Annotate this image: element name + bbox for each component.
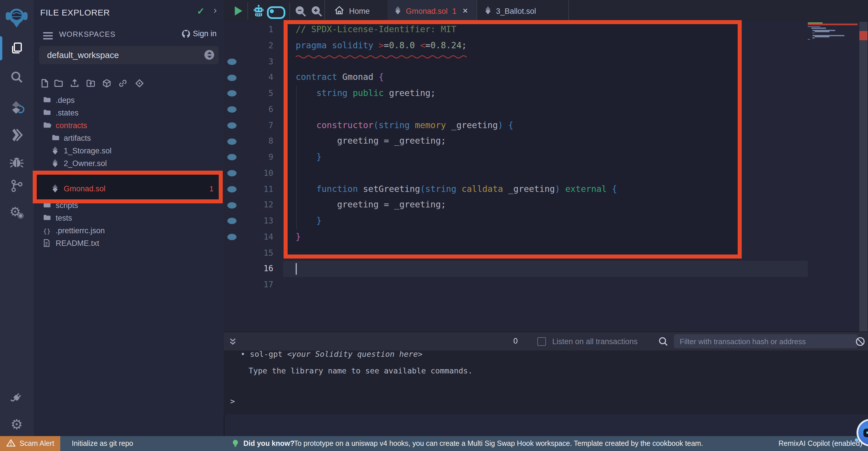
plugin-connector-icon[interactable]: [8, 389, 25, 406]
zoom-in-icon[interactable]: [311, 6, 322, 19]
file-explorer-icon[interactable]: [8, 40, 25, 57]
check-icon[interactable]: ✓: [197, 6, 205, 17]
line-number: 8: [224, 134, 273, 150]
listen-checkbox[interactable]: [537, 337, 546, 346]
tree-file-1-storage-sol[interactable]: 1_Storage.sol: [34, 144, 224, 157]
line-number: 9: [224, 149, 273, 166]
settings-icon[interactable]: ⚙: [8, 416, 25, 433]
code-line-4[interactable]: contract Gmonad {: [296, 70, 384, 86]
solidity-file-icon: [394, 6, 401, 16]
code-line-8[interactable]: greeting = _greeting;: [296, 134, 446, 150]
line-number: 4: [224, 70, 273, 86]
minimap-line: [811, 28, 826, 29]
tab-error-badge: 1: [453, 7, 457, 15]
tree-file-2-owner-sol[interactable]: 2_Owner.sol: [34, 157, 224, 169]
new-folder-icon[interactable]: [54, 79, 64, 88]
ipfs-cube-icon[interactable]: [102, 79, 112, 88]
tab-3-ballot-sol[interactable]: 3_Ballot.sol: [476, 0, 569, 22]
new-file-icon[interactable]: [40, 79, 50, 88]
tree-folder--deps[interactable]: .deps: [34, 94, 224, 106]
tree-folder-artifacts[interactable]: artifacts: [34, 132, 224, 144]
line-number: 12: [224, 197, 273, 214]
minimap-line: [808, 39, 810, 40]
code-line-1[interactable]: // SPDX-License-Identifier: MIT: [296, 22, 456, 38]
tree-file-readme-txt[interactable]: README.txt: [34, 237, 224, 249]
expand-terminal-icon[interactable]: [228, 337, 237, 348]
file-label: tests: [56, 214, 72, 222]
search-icon[interactable]: [8, 68, 25, 86]
solidity-compiler-icon[interactable]: [8, 99, 25, 116]
scrollbar-slider[interactable]: [859, 22, 867, 353]
run-script-icon[interactable]: [235, 6, 242, 16]
remix-logo-icon[interactable]: [4, 5, 29, 30]
solidity-file-icon: [485, 6, 491, 16]
tab-gmonad-sol[interactable]: Gmonad.sol 1 ✕: [388, 0, 477, 22]
code-editor[interactable]: 1234567891011121314151617 // SPDX-Licens…: [224, 22, 868, 353]
solidity-icon: [52, 185, 59, 194]
file-label: 2_Owner.sol: [64, 159, 107, 167]
link-icon[interactable]: [118, 79, 128, 88]
zoom-out-icon[interactable]: [295, 6, 306, 19]
file-label: Gmonad.sol: [64, 184, 105, 193]
tree-folder-tests[interactable]: tests: [34, 212, 224, 224]
upload-folder-icon[interactable]: [86, 79, 96, 88]
active-plugin-indicator: [0, 36, 2, 60]
git-icon[interactable]: [8, 177, 25, 194]
line-number: 14: [224, 229, 273, 245]
plugin-manager-icon[interactable]: ⚙◉: [8, 203, 25, 221]
folder-icon: [52, 134, 60, 143]
minimap-line: [812, 30, 835, 31]
terminal-prompt[interactable]: >: [230, 395, 235, 407]
folder-icon: [43, 201, 51, 210]
listen-label[interactable]: Listen on all transactions: [552, 337, 638, 346]
line-number: 5: [224, 86, 273, 102]
deploy-and-run-icon[interactable]: [8, 126, 25, 144]
upload-file-icon[interactable]: [70, 79, 80, 88]
scam-alert-button[interactable]: Scam Alert: [0, 436, 60, 451]
tree-file-gmonad-sol[interactable]: Gmonad.sol1: [34, 182, 224, 195]
minimap-line: [808, 24, 858, 25]
tree-folder--states[interactable]: .states: [34, 106, 224, 119]
folder-icon: [43, 109, 51, 118]
clear-console-icon[interactable]: [856, 337, 865, 349]
clone-icon[interactable]: [135, 79, 145, 88]
code-line-11[interactable]: function setGreeting(string calldata _gr…: [296, 181, 617, 197]
tree-file--prettierrc-json[interactable]: {}.prettierrc.json: [34, 224, 224, 237]
file-label: .prettierrc.json: [56, 226, 105, 235]
code-line-14[interactable]: }: [296, 229, 301, 245]
tab-home[interactable]: Home: [324, 0, 388, 22]
chevron-right-icon[interactable]: ›: [214, 5, 217, 16]
icon-sidebar: ⚙◉ ⚙: [0, 0, 34, 436]
minimap-line: [812, 32, 815, 34]
editor-scrollbar[interactable]: [859, 22, 868, 353]
search-icon: [658, 337, 668, 349]
close-icon[interactable]: ✕: [462, 7, 468, 15]
code-line-7[interactable]: constructor(string memory _greeting) {: [296, 117, 514, 134]
code-line-5[interactable]: string public greeting;: [296, 86, 436, 102]
tree-folder-contracts[interactable]: contracts: [34, 119, 224, 132]
code-line-13[interactable]: }: [296, 213, 321, 229]
tree-folder-scripts[interactable]: scripts: [34, 199, 224, 212]
stepper-icon[interactable]: [205, 50, 214, 60]
code-line-9[interactable]: }: [296, 149, 321, 166]
debugger-icon[interactable]: [8, 153, 25, 170]
terminal-output[interactable]: • sol-gpt <your Solidity question here>T…: [224, 350, 868, 414]
copilot-status[interactable]: RemixAI Copilot (enabled): [778, 440, 862, 448]
minimap-line: [812, 35, 844, 36]
line-number: 11: [224, 181, 273, 197]
sign-in-button[interactable]: Sign in: [193, 29, 217, 38]
ai-robot-icon[interactable]: [253, 5, 265, 20]
minimap[interactable]: [808, 22, 858, 353]
transaction-filter-input[interactable]: [674, 334, 858, 348]
folder-icon: [43, 214, 51, 223]
copilot-toggle[interactable]: [267, 6, 285, 19]
robot-face-icon: [863, 429, 868, 437]
hamburger-menu-icon[interactable]: [43, 32, 53, 42]
code-line-12[interactable]: greeting = _greeting;: [296, 197, 446, 214]
minimap-line: [815, 36, 830, 37]
workspaces-label: WORKSPACES: [59, 30, 115, 38]
line-number: 16: [224, 261, 273, 277]
git-init-button[interactable]: Initialize as git repo: [72, 440, 133, 448]
workspace-select[interactable]: default_workspace: [39, 46, 219, 64]
error-count-badge: 1: [210, 184, 214, 193]
